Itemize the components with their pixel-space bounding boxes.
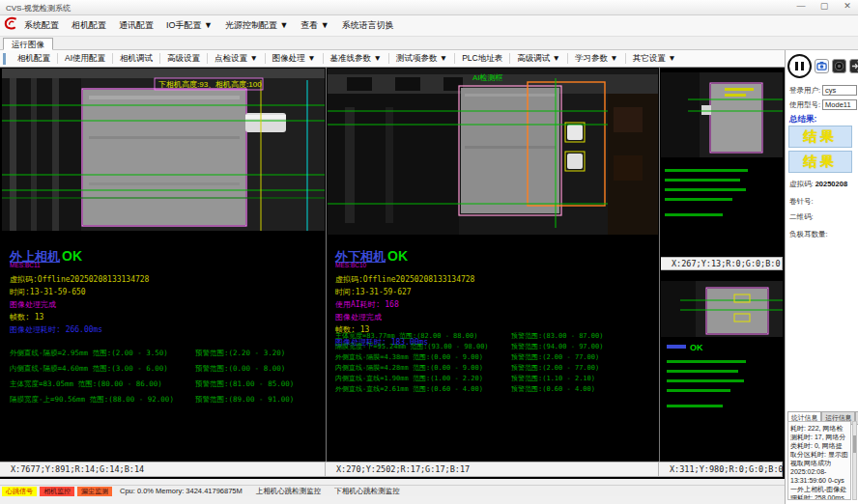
measurement-row: 外侧直线-隔膜=2.95mm 范围:(2.00 - 3.50)预警范围:(2.2… <box>10 349 321 364</box>
measurement-row: 隔膜宽度-上=90.56mm 范围:(88.00 - 92.00)预警范围:(8… <box>10 395 321 410</box>
measurement-row: 外侧直线-直线=2.61mm 范围:(0.60 - 4.00)预警范围:(0.6… <box>335 384 654 395</box>
lower-camera-heartbeat-monitor: 下相机心跳检测监控 <box>334 487 400 496</box>
measurement-row: 外侧直线-隔膜=4.38mm 范围:(0.00 - 9.00)预警范围:(2.0… <box>335 352 654 363</box>
maximize-icon[interactable]: ▢ <box>817 1 831 11</box>
login-user-label: 登录用户: <box>789 86 820 96</box>
virtual-code-field: 虚拟码: 20250208 <box>789 180 857 189</box>
battery-cell-region <box>83 90 245 225</box>
toolbar: 相机配置 AI使用配置 相机调试 高级设置 点检设置 ▼ 图像处理 ▼ 基准线参… <box>0 50 858 68</box>
overlay-text-mark <box>725 88 754 91</box>
window-controls: — ▢ ✕ <box>794 1 854 11</box>
camera-badge-icon[interactable] <box>815 59 829 73</box>
right-top-photo <box>661 69 783 257</box>
tool-image-processing[interactable]: 图像处理 ▼ <box>266 53 323 65</box>
left-camera-subtitle: MES:BC11 <box>10 262 41 268</box>
qr-code-field: 二维码: <box>789 212 857 222</box>
minimize-icon[interactable]: — <box>794 1 808 11</box>
log-output: 耗时: 222, 网络检测耗时: 17, 网络分类耗时: 0, 网络提取分区耗时… <box>787 421 851 500</box>
main-view: 下相机高度:93、相机高度:100 外上相机OK MES:BC11 虚拟码:Of… <box>0 68 785 479</box>
coords-right-bottom: X:311;Y:980;R:0;G:0;B:0 <box>659 462 783 477</box>
left-camera-info: 虚拟码:Offline20250208133134728 时间:13-31-59… <box>10 273 149 336</box>
process-done: 图像处理完成 <box>10 298 149 311</box>
heartbeat-badge: 心跳信号 <box>2 487 37 496</box>
bottom-status-bar: 心跳信号 相机监控 漏尘监测 Cpu: 0.0% Memory: 3424.41… <box>0 485 785 496</box>
tool-ai-usage-config[interactable]: AI使用配置 <box>58 53 112 65</box>
pause-button[interactable] <box>787 54 812 78</box>
login-user-row: 登录用户: cys <box>789 85 857 96</box>
measurement-row: 内侧直线-隔膜=4.28mm 范围:(0.00 - 9.00)预警范围:(2.0… <box>335 363 654 374</box>
sidebar-icon-row <box>787 54 858 78</box>
mini-text-line <box>665 169 748 172</box>
log-scrollbar[interactable] <box>852 421 857 500</box>
total-result-label: 总结果: <box>789 114 816 126</box>
tool-advanced-settings[interactable]: 高级设置 <box>160 53 207 65</box>
menu-system-config[interactable]: 系统配置 <box>24 19 59 32</box>
menu-comm-config[interactable]: 通讯配置 <box>119 19 154 32</box>
right-top-thumbnail-panel[interactable] <box>661 69 783 257</box>
ai-time: 使用AI耗时: 168 <box>335 298 474 311</box>
timestamp: 时间:13-31-59-650 <box>10 286 149 298</box>
menu-camera-config[interactable]: 相机配置 <box>72 19 106 32</box>
middle-camera-panel[interactable]: AI检测框 外下相机OK MES:BC10 虚拟码:Offline2025020… <box>328 69 658 462</box>
tool-spot-check[interactable]: 点检设置 ▼ <box>208 53 265 65</box>
tool-baseline-params[interactable]: 基准线参数 ▼ <box>324 53 388 65</box>
middle-camera-photo: AI检测框 <box>328 69 658 235</box>
cpu-memory-status: Cpu: 0.0% Memory: 3424.41796875M <box>120 487 243 495</box>
machine-top-rail <box>2 69 325 78</box>
frame-count: 帧数: 13 <box>10 311 149 323</box>
virtual-code: 虚拟码:Offline20250208133134728 <box>335 273 474 286</box>
model-field[interactable]: Mode11 <box>822 99 857 110</box>
camera-result: OK <box>62 248 82 264</box>
tab-count-field: 负极耳数量: <box>789 230 857 239</box>
app-logo-icon <box>4 16 18 35</box>
panel-separator <box>659 68 660 462</box>
tool-camera-debug[interactable]: 相机调试 <box>113 53 159 65</box>
toolbar-accent <box>3 53 6 65</box>
tool-other-settings[interactable]: 其它设置 ▼ <box>626 53 683 65</box>
measurement-row: 隔膜宽度-下=95.24mm 范围:(93.00 - 98.00)预警范围:(9… <box>335 342 654 352</box>
winding-pin-field: 卷针号: <box>789 197 857 207</box>
battery-cell-region <box>461 88 559 213</box>
result-box-2: 结果 <box>788 151 852 173</box>
tool-plc-address[interactable]: PLC地址表 <box>455 53 509 65</box>
battery-cell-region <box>707 289 767 333</box>
panel-separator <box>326 68 327 462</box>
window-title: CVS-视觉检测系统 <box>6 3 71 14</box>
left-photo-label: 下相机高度:93、相机高度:100 <box>158 80 262 89</box>
left-measurements: 外侧直线-隔膜=2.95mm 范围:(2.00 - 3.50)预警范围:(2.2… <box>10 349 321 410</box>
coords-right-top: X:267;Y:13;R:0;G:0;B:0 <box>661 257 783 270</box>
middle-camera-subtitle: MES:BC10 <box>335 262 366 268</box>
measurement-row: 内侧直线-直线=1.90mm 范围:(1.00 - 2.20)预警范围:(1.1… <box>335 374 654 384</box>
coords-left: X:7677;Y:891;R:14;G:14;B:14 <box>0 462 326 477</box>
close-icon[interactable]: ✕ <box>841 1 854 11</box>
menu-light-config[interactable]: 光源控制配置 ▼ <box>225 19 288 32</box>
tab-run-image[interactable]: 运行图像 <box>3 38 53 50</box>
lens-icon[interactable] <box>832 59 846 73</box>
right-sidebar: 登录用户: cys 使用型号: Mode11 总结果: 结果 结果 虚拟码: 2… <box>785 50 858 504</box>
menu-io-config[interactable]: IO手配置 ▼ <box>166 19 213 32</box>
dust-monitor-badge: 漏尘监测 <box>77 487 112 496</box>
right-bottom-thumbnail-panel[interactable]: OK <box>661 271 783 462</box>
coords-middle: X:270;Y:2502;R:17;G:17;B:17 <box>326 462 659 477</box>
camera-monitor-badge: 相机监控 <box>40 487 74 496</box>
timestamp: 时间:13-31-59-627 <box>335 286 474 298</box>
left-camera-panel[interactable]: 下相机高度:93、相机高度:100 外上相机OK MES:BC11 虚拟码:Of… <box>2 69 325 462</box>
left-camera-photo: 下相机高度:93、相机高度:100 <box>2 69 325 231</box>
menu-bar: 系统配置 相机配置 通讯配置 IO手配置 ▼ 光源控制配置 ▼ 查看 ▼ 系统语… <box>0 15 858 37</box>
tool-test-params[interactable]: 测试项参数 ▼ <box>389 53 454 65</box>
result-box-1: 结果 <box>788 126 852 148</box>
upper-camera-heartbeat-monitor: 上相机心跳检测监控 <box>256 487 322 496</box>
title-bar: CVS-视觉检测系统 — ▢ ✕ <box>0 0 858 15</box>
menu-language-switch[interactable]: 系统语言切换 <box>342 19 394 32</box>
measurement-row: 主体宽度=83.77mm 范围:(82.00 - 88.00)预警范围:(83.… <box>335 331 654 342</box>
mini-text-line <box>667 360 746 363</box>
menu-view[interactable]: 查看 ▼ <box>300 19 329 32</box>
measurement-row: 内侧直线-隔膜=4.60mm 范围:(3.00 - 6.00)预警范围:(0.0… <box>10 364 321 379</box>
tool-advanced-debug[interactable]: 高级调试 ▼ <box>510 53 567 65</box>
exit-icon[interactable] <box>849 59 858 73</box>
tool-learning-params[interactable]: 学习参数 ▼ <box>568 53 625 65</box>
login-user-field[interactable]: cys <box>822 85 857 96</box>
process-done: 图像处理完成 <box>335 311 474 323</box>
tab-highlight <box>567 154 583 169</box>
tool-camera-config[interactable]: 相机配置 <box>11 53 57 65</box>
